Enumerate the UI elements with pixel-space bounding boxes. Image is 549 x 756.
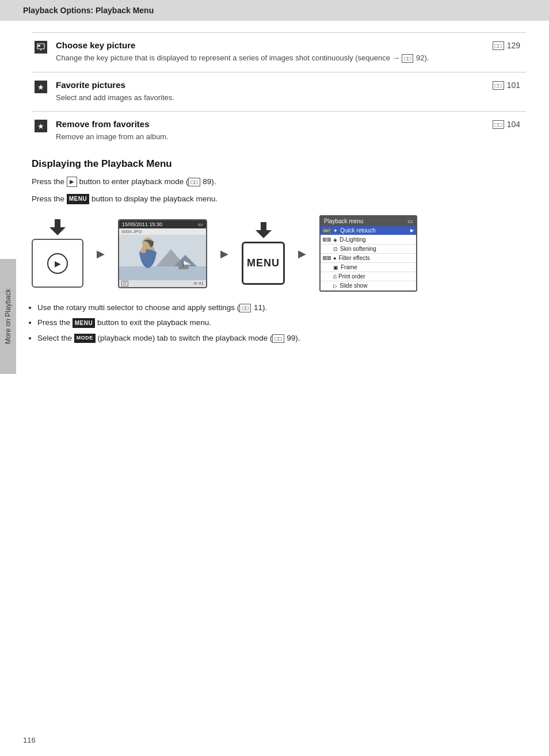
play-button-icon: ▶	[67, 177, 77, 187]
remove-favorites-page: □□104	[493, 119, 520, 129]
svg-rect-4	[119, 266, 206, 280]
favorite-pictures-desc: Select and add images as favorites.	[56, 93, 520, 109]
pb-label-d-lighting: D-Lighting	[340, 236, 366, 243]
play-circle: ▶	[47, 253, 68, 274]
main-content: Choose key picture □□129 Change the key …	[0, 21, 549, 371]
side-tab: More on Playback	[0, 259, 16, 374]
pb-icon-skin-softening: ⊡	[333, 246, 338, 252]
arrow-down-2	[256, 222, 272, 238]
favorite-pictures-icon: ★	[32, 81, 50, 93]
choose-key-picture-title: Choose key picture	[56, 40, 135, 50]
body-text-line1: Press the ▶ button to enter playback mod…	[32, 175, 526, 188]
remove-favorites-icon: ★	[32, 120, 50, 132]
pb-menu-item-slide-show: ▷ Slide show	[321, 281, 416, 291]
playback-menu-battery: ▭	[407, 218, 413, 224]
menu-item-choose-key-picture: Choose key picture □□129 Change the key …	[32, 32, 526, 70]
screen-counter: 4/ 41	[193, 281, 204, 287]
choose-key-picture-page: □□129	[493, 40, 520, 50]
menu-item-remove-favorites: ★ Remove from favorites □□104 Remove an …	[32, 111, 526, 148]
arrow-down-1	[49, 219, 66, 235]
arrow-right-3: ▶	[295, 247, 309, 260]
pb-menu-item-d-lighting: D ◈ D-Lighting	[321, 235, 416, 245]
header-title: Playback Options: Playback Menu	[23, 6, 154, 15]
section-heading: Displaying the Playback Menu	[32, 158, 526, 170]
bullet-2: Press the MENU button to exit the playba…	[37, 317, 526, 329]
choose-key-picture-desc: Change the key picture that is displayed…	[56, 54, 520, 70]
menu-button-bullet2: MENU	[73, 318, 95, 328]
camera-screen: 15/05/2011 15:30 ▭ 0004.JPG	[118, 219, 207, 288]
pb-label-quick-retouch: Quick retouch	[340, 227, 376, 234]
svg-rect-2	[38, 45, 40, 47]
pb-label-skin-softening: Skin softening	[340, 246, 376, 252]
body-text-line2: Press the MENU button to display the pla…	[32, 193, 526, 205]
bullet-list: Use the rotary multi selector to choose …	[37, 302, 526, 344]
screen-illustration	[119, 235, 206, 280]
pb-icon-filter-effects: ●	[333, 255, 336, 261]
bullet-3: Select the MODE (playback mode) tab to s…	[37, 333, 526, 344]
pb-arrow-quick-retouch: ▶	[410, 228, 414, 233]
playback-menu-title: Playback menu	[324, 218, 363, 224]
svg-rect-6	[178, 266, 189, 269]
screen-header: 15/05/2011 15:30 ▭	[119, 220, 206, 228]
pb-menu-item-print-order: ⎙ Print order	[321, 272, 416, 281]
screen-body: 0004.JPG	[119, 228, 206, 280]
pb-icon-slide-show: ▷	[333, 283, 337, 289]
pb-label-filter-effects: Filter effects	[338, 255, 369, 261]
menu-step: MENU	[242, 222, 285, 285]
favorite-pictures-page: □□101	[493, 79, 520, 90]
svg-point-9	[140, 249, 146, 253]
menu-button-inline: MENU	[67, 194, 89, 204]
screen-battery: ▭	[198, 222, 203, 227]
pb-label-print-order: Print order	[338, 273, 365, 280]
choose-key-picture-icon	[32, 41, 50, 54]
pb-label-frame: Frame	[341, 264, 357, 270]
screen-filename: 0004.JPG	[119, 228, 206, 235]
camera-box: ▶	[32, 239, 83, 288]
pb-menu-item-filter-effects: V ● Filter effects	[321, 254, 416, 263]
pb-label-slide-show: Slide show	[340, 282, 367, 289]
pb-icon-frame: ▣	[333, 265, 338, 270]
pb-menu-item-skin-softening: ⊡ Skin softening	[321, 245, 416, 254]
diagram: ▶ ▶ 15/05/2011 15:30 ▭ 0004.JPG	[32, 215, 526, 292]
arrow-right-1: ▶	[94, 247, 108, 260]
menu-items-list: Choose key picture □□129 Change the key …	[32, 32, 526, 148]
side-tab-label: More on Playback	[4, 289, 12, 344]
pb-tab-d: D	[323, 238, 331, 242]
page-number: 116	[23, 736, 36, 744]
menu-item-favorite-pictures: ★ Favorite pictures □□101 Select and add…	[32, 72, 526, 109]
mode-button-bullet3: MODE	[74, 334, 96, 343]
pb-icon-print-order: ⎙	[333, 274, 336, 280]
screen-footer: ⊡ 4/ 41	[119, 280, 206, 287]
camera-step: ▶	[32, 219, 83, 288]
playback-menu-header: Playback menu ▭	[321, 216, 416, 226]
screen-date: 15/05/2011 15:30	[122, 222, 162, 227]
pb-menu-item-quick-retouch: RET ✦ Quick retouch ▶	[321, 226, 416, 235]
playback-menu-screenshot: Playback menu ▭ RET ✦ Quick retouch ▶ D …	[319, 215, 417, 292]
pb-tab-v: V	[323, 256, 331, 260]
pb-menu-item-frame: ▣ Frame	[321, 263, 416, 272]
screen-protect-icon: ⊡	[121, 281, 128, 287]
menu-button-large: MENU	[242, 242, 285, 285]
pb-icon-d-lighting: ◈	[333, 237, 337, 243]
page-header: Playback Options: Playback Menu	[0, 0, 549, 21]
remove-favorites-title: Remove from favorites	[56, 119, 150, 129]
remove-favorites-desc: Remove an image from an album.	[56, 132, 520, 148]
pb-tab-ret: RET	[323, 228, 331, 233]
bullet-1: Use the rotary multi selector to choose …	[37, 302, 526, 314]
arrow-right-2: ▶	[218, 247, 231, 260]
pb-icon-quick-retouch: ✦	[333, 228, 338, 234]
favorite-pictures-title: Favorite pictures	[56, 80, 125, 90]
